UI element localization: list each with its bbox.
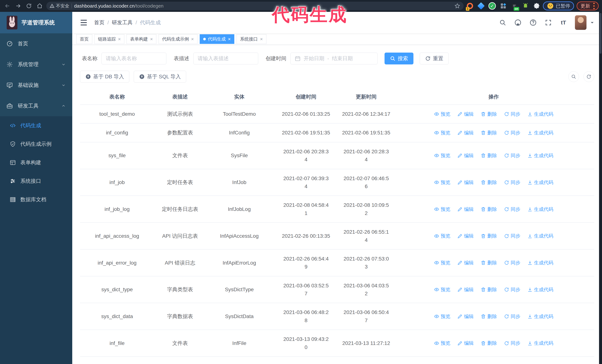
tab-system-api[interactable]: 系统接口× [236, 34, 266, 44]
extension-puzzle-icon[interactable] [533, 2, 540, 10]
edit-link[interactable]: 编辑 [457, 152, 474, 159]
github-icon[interactable] [514, 19, 522, 27]
sync-link[interactable]: 同步 [504, 259, 520, 266]
sidebar-item-codegen-example[interactable]: 代码生成示例 [0, 135, 72, 153]
edit-link[interactable]: 编辑 [457, 232, 474, 239]
delete-link[interactable]: 删除 [481, 152, 497, 159]
sidebar-item-system[interactable]: 系统管理 [0, 54, 72, 75]
sync-link[interactable]: 同步 [504, 232, 520, 239]
sync-link[interactable]: 同步 [504, 152, 520, 159]
app-logo[interactable]: 芋道管理系统 [0, 12, 72, 33]
import-db-button[interactable]: 基于 DB 导入 [80, 71, 129, 83]
sync-link[interactable]: 同步 [504, 129, 520, 136]
sidebar-item-devtools[interactable]: 研发工具 [0, 95, 72, 116]
close-tab-icon[interactable]: × [150, 37, 153, 42]
edit-link[interactable]: 编辑 [457, 206, 474, 213]
table-name-input[interactable] [101, 52, 166, 64]
delete-link[interactable]: 删除 [481, 232, 497, 239]
generate-link[interactable]: 生成代码 [527, 179, 553, 186]
sidebar-item-form-builder[interactable]: 表单构建 [0, 153, 72, 172]
delete-link[interactable]: 删除 [481, 286, 497, 293]
delete-link[interactable]: 删除 [481, 110, 497, 118]
edit-link[interactable]: 编辑 [457, 129, 474, 136]
search-button[interactable]: 搜索 [385, 52, 413, 64]
edit-link[interactable]: 编辑 [457, 259, 474, 266]
delete-link[interactable]: 删除 [481, 339, 497, 347]
preview-link[interactable]: 预览 [434, 286, 450, 293]
tab-form-builder[interactable]: 表单构建× [127, 34, 156, 44]
sync-link[interactable]: 同步 [504, 339, 520, 347]
sync-link[interactable]: 同步 [504, 110, 520, 118]
paused-extension-button[interactable]: 已暂停 [543, 1, 574, 10]
preview-link[interactable]: 预览 [434, 110, 450, 118]
generate-link[interactable]: 生成代码 [527, 206, 553, 213]
table-desc-input[interactable] [194, 52, 258, 64]
preview-link[interactable]: 预览 [434, 179, 450, 186]
tab-codegen-example[interactable]: 代码生成示例× [159, 34, 197, 44]
preview-link[interactable]: 预览 [434, 152, 450, 159]
extension-orange-icon[interactable]: 1 [466, 2, 474, 10]
breadcrumb-item[interactable]: 首页 [94, 19, 105, 26]
preview-link[interactable]: 预览 [434, 339, 450, 347]
delete-link[interactable]: 删除 [481, 259, 497, 266]
delete-link[interactable]: 删除 [481, 313, 497, 320]
edit-link[interactable]: 编辑 [457, 179, 474, 186]
browser-home-icon[interactable] [36, 2, 44, 10]
close-tab-icon[interactable]: × [260, 37, 263, 42]
generate-link[interactable]: 生成代码 [527, 286, 553, 293]
close-tab-icon[interactable]: × [228, 37, 231, 42]
collapse-sidebar-icon[interactable] [80, 19, 88, 27]
sync-link[interactable]: 同步 [504, 313, 520, 320]
tab-home[interactable]: 首页 [76, 34, 92, 44]
delete-link[interactable]: 删除 [481, 179, 497, 186]
preview-link[interactable]: 预览 [434, 129, 450, 136]
reset-button[interactable]: 重置 [420, 52, 449, 64]
browser-reload-icon[interactable] [25, 2, 33, 10]
sync-link[interactable]: 同步 [504, 179, 520, 186]
extension-grid-icon[interactable] [500, 2, 507, 10]
sidebar-item-codegen[interactable]: 代码生成 [0, 116, 72, 135]
tab-codegen[interactable]: 代码生成× [200, 34, 234, 44]
date-range-picker[interactable]: 开始日期 - 结束日期 [290, 52, 377, 64]
generate-link[interactable]: 生成代码 [527, 152, 553, 159]
preview-link[interactable]: 预览 [434, 206, 450, 213]
generate-link[interactable]: 生成代码 [527, 313, 553, 320]
bookmark-star-icon[interactable] [454, 3, 460, 9]
edit-link[interactable]: 编辑 [457, 313, 474, 320]
preview-link[interactable]: 预览 [434, 313, 450, 320]
extension-android-icon[interactable] [522, 2, 529, 10]
tab-tracing[interactable]: 链路追踪× [95, 34, 124, 44]
generate-link[interactable]: 生成代码 [527, 110, 553, 118]
address-bar[interactable]: 不安全 dashboard.yudao.iocoder.cn/tool/code… [46, 2, 464, 10]
toggle-search-button[interactable] [568, 71, 579, 82]
extension-gem-icon[interactable] [477, 2, 485, 10]
scrollbar[interactable] [599, 12, 602, 364]
chrome-menu-icon[interactable]: ••• [593, 2, 595, 10]
edit-link[interactable]: 编辑 [457, 339, 474, 347]
breadcrumb-item[interactable]: 研发工具 [112, 19, 133, 26]
help-icon[interactable] [529, 19, 537, 27]
generate-link[interactable]: 生成代码 [527, 129, 553, 136]
sidebar-item-system-api[interactable]: 系统接口 [0, 172, 72, 190]
edit-link[interactable]: 编辑 [457, 110, 474, 118]
sidebar-item-db-doc[interactable]: 数据库文档 [0, 190, 72, 209]
extension-check-icon[interactable]: ✓ [488, 2, 496, 10]
sidebar-item-home[interactable]: 首页 [0, 33, 72, 54]
delete-link[interactable]: 删除 [481, 129, 497, 136]
sync-link[interactable]: 同步 [504, 206, 520, 213]
sync-link[interactable]: 同步 [504, 286, 520, 293]
import-sql-button[interactable]: 基于 SQL 导入 [134, 71, 186, 83]
generate-link[interactable]: 生成代码 [527, 259, 553, 266]
delete-link[interactable]: 删除 [481, 206, 497, 213]
fullscreen-icon[interactable] [544, 19, 552, 27]
user-avatar[interactable] [575, 15, 586, 30]
search-icon[interactable] [499, 19, 507, 27]
close-tab-icon[interactable]: × [118, 37, 121, 42]
not-secure-warning[interactable]: 不安全 [50, 3, 69, 9]
generate-link[interactable]: 生成代码 [527, 339, 553, 347]
preview-link[interactable]: 预览 [434, 232, 450, 239]
scrollbar-thumb[interactable] [600, 13, 602, 54]
user-menu-caret-icon[interactable] [590, 20, 595, 25]
generate-link[interactable]: 生成代码 [527, 232, 553, 239]
extension-on-icon[interactable]: on [511, 2, 518, 10]
